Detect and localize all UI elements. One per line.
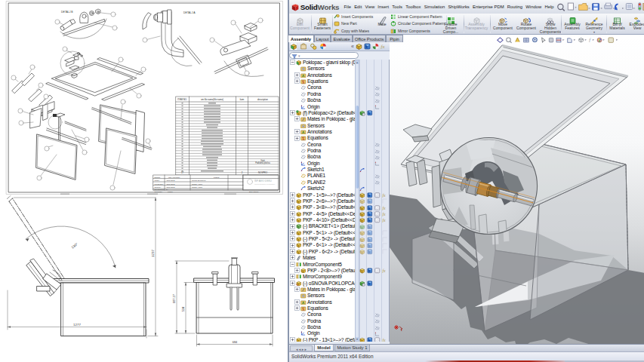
svg-text:kom: kom xyxy=(240,98,245,101)
svg-text:nosač: nosač xyxy=(168,191,173,193)
svg-text:524: 524 xyxy=(181,306,185,311)
svg-text:Crtao:: Crtao: xyxy=(155,179,160,182)
svg-text:+5ula.2011: +5ula.2011 xyxy=(166,183,176,186)
svg-text:Novogradnja:: Novogradnja: xyxy=(155,189,165,190)
svg-text:Goran Đivanović: Goran Đivanović xyxy=(192,179,206,182)
svg-text:Srđan Arnon: Srđan Arnon xyxy=(192,186,203,189)
svg-text:Vijak: Vijak xyxy=(260,159,265,162)
svg-text:Potpis:: Potpis: xyxy=(214,176,220,179)
svg-text:17: 17 xyxy=(181,171,184,174)
svg-text:DETALJ B: DETALJ B xyxy=(61,11,73,14)
svg-text:Fakultet strojarstva i brodogr: Fakultet strojarstva i brodogradnje xyxy=(254,183,275,185)
svg-text:Ime i prezime:: Ime i prezime: xyxy=(168,176,180,179)
svg-text:Pregledao:: Pregledao: xyxy=(155,183,164,186)
svg-text:Podložna pločica: Podložna pločica xyxy=(255,161,270,164)
svg-text:1237: 1237 xyxy=(151,250,155,257)
svg-text:DA: DA xyxy=(166,189,169,190)
svg-text:130°: 130° xyxy=(71,242,79,250)
svg-text:Broj crteža:: Broj crteža: xyxy=(249,191,259,193)
svg-text:Srđan Arnon: Srđan Arnon xyxy=(192,183,203,186)
svg-text:1277: 1277 xyxy=(73,323,81,327)
svg-text:description: description xyxy=(257,98,268,101)
svg-text:Razradio:: Razradio: xyxy=(155,191,163,193)
svg-text:ITEM NO.: ITEM NO. xyxy=(177,98,187,101)
svg-text:sm file name(file name): sm file name(file name) xyxy=(201,98,223,101)
svg-text:Datum:: Datum: xyxy=(155,176,161,179)
svg-text:687.27: 687.27 xyxy=(172,294,176,303)
svg-text:684: 684 xyxy=(233,340,238,344)
svg-text:NOVPRO: NOVPRO xyxy=(258,171,268,174)
svg-text:+5ula.2011: +5ula.2011 xyxy=(166,179,176,182)
svg-text:ŠIP AVIO DSKU: ŠIP AVIO DSKU xyxy=(254,179,273,183)
svg-text:DETALJ A: DETALJ A xyxy=(183,11,196,14)
